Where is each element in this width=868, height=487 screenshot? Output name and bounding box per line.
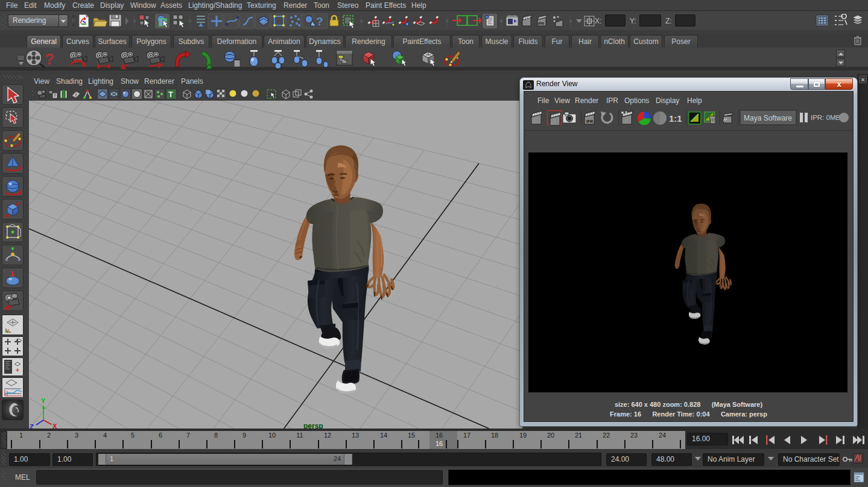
svg-text:Z: Z — [30, 423, 34, 429]
svg-text:1:1: 1:1 — [669, 113, 682, 124]
svg-text:IPR: IPR — [538, 22, 545, 25]
svg-text:IPR: 0MB: IPR: 0MB — [811, 114, 841, 121]
svg-text:?: ? — [45, 50, 54, 68]
svg-text:T: T — [168, 90, 173, 99]
svg-text:Y: Y — [41, 397, 46, 404]
svg-text:?: ? — [316, 15, 323, 28]
svg-text:IPR: IPR — [586, 119, 593, 124]
svg-text:persp: persp — [303, 422, 323, 429]
svg-text:X: X — [52, 423, 57, 429]
svg-text:Maya Software: Maya Software — [744, 114, 792, 122]
